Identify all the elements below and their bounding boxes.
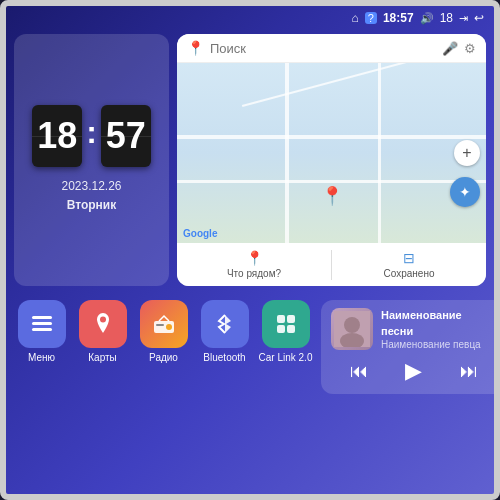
usb-icon: ⇥	[459, 12, 468, 25]
nearby-label: Что рядом?	[227, 268, 281, 279]
map-widget: 📍 🎤 ⚙ + ✦ 📍 Google	[177, 34, 486, 286]
map-road-v2	[378, 63, 381, 243]
svg-rect-8	[287, 315, 295, 323]
map-search-input[interactable]	[210, 41, 436, 56]
music-player: Наименование песни Наименование певца ⏮ …	[321, 300, 500, 394]
music-controls: ⏮ ▶ ⏭	[331, 356, 496, 386]
mic-icon[interactable]: 🎤	[442, 41, 458, 56]
app-radio[interactable]: Радио	[136, 300, 191, 363]
clock-date-value: 2023.12.26	[61, 177, 121, 196]
svg-point-12	[344, 317, 360, 333]
map-road-d1	[242, 63, 422, 107]
clock-minutes: 57	[101, 105, 151, 167]
svg-rect-0	[32, 316, 52, 319]
back-icon[interactable]: ↩	[474, 11, 484, 25]
maps-label: Карты	[88, 352, 117, 363]
app-maps[interactable]: Карты	[75, 300, 130, 363]
saved-icon: ⊟	[403, 250, 415, 266]
svg-rect-9	[277, 325, 285, 333]
clock-hours: 18	[32, 105, 82, 167]
flip-clock: 18 : 57	[32, 105, 151, 167]
clock-date: 2023.12.26 Вторник	[61, 177, 121, 215]
map-saved-button[interactable]: ⊟ Сохранено	[332, 247, 486, 282]
menu-label: Меню	[28, 352, 55, 363]
clock-day: Вторник	[61, 196, 121, 215]
map-search-bar: 📍 🎤 ⚙	[177, 34, 486, 63]
map-road-v1	[285, 63, 289, 243]
music-top: Наименование песни Наименование певца	[331, 308, 496, 350]
next-button[interactable]: ⏭	[454, 356, 484, 386]
home-icon[interactable]: ⌂	[352, 11, 359, 25]
map-nav-button[interactable]: ✦	[450, 177, 480, 207]
music-artist: Наименование певца	[381, 339, 496, 350]
svg-rect-2	[32, 328, 52, 331]
bluetooth-icon	[201, 300, 249, 348]
carlink-icon	[262, 300, 310, 348]
main-content-area: 18 : 57 2023.12.26 Вторник 📍 🎤 ⚙	[6, 30, 494, 290]
music-title: Наименование песни	[381, 308, 496, 339]
map-location-pin: 📍	[321, 185, 343, 207]
svg-rect-7	[277, 315, 285, 323]
map-area[interactable]: + ✦ 📍 Google	[177, 63, 486, 243]
map-bottom-bar: 📍 Что рядом? ⊟ Сохранено	[177, 243, 486, 286]
radio-label: Радио	[149, 352, 178, 363]
svg-point-3	[100, 317, 106, 323]
map-road-h1	[177, 135, 486, 139]
map-search-icons: 🎤 ⚙	[442, 41, 476, 56]
maps-icon	[79, 300, 127, 348]
menu-icon	[18, 300, 66, 348]
question-icon[interactable]: ?	[365, 12, 377, 24]
music-avatar	[331, 308, 373, 350]
battery-level: 18	[440, 11, 453, 25]
bottom-section: Меню Карты	[6, 294, 494, 400]
navigate-icon: ✦	[459, 184, 471, 200]
status-time: 18:57	[383, 11, 414, 25]
apps-row: Меню Карты	[14, 300, 313, 394]
svg-rect-1	[32, 322, 52, 325]
prev-button[interactable]: ⏮	[344, 356, 374, 386]
app-bluetooth[interactable]: Bluetooth	[197, 300, 252, 363]
play-button[interactable]: ▶	[399, 356, 429, 386]
saved-label: Сохранено	[384, 268, 435, 279]
svg-rect-6	[156, 324, 164, 326]
volume-icon: 🔊	[420, 12, 434, 25]
app-carlink[interactable]: Car Link 2.0	[258, 300, 313, 363]
bluetooth-label: Bluetooth	[203, 352, 245, 363]
map-brand-label: Google	[183, 228, 217, 239]
map-pin-icon: 📍	[187, 40, 204, 56]
map-road-h2	[177, 180, 486, 183]
svg-point-5	[166, 324, 172, 330]
map-zoom-button[interactable]: +	[454, 140, 480, 166]
clock-widget: 18 : 57 2023.12.26 Вторник	[14, 34, 169, 286]
nearby-icon: 📍	[246, 250, 263, 266]
radio-icon	[140, 300, 188, 348]
app-menu[interactable]: Меню	[14, 300, 69, 363]
main-screen: ⌂ ? 18:57 🔊 18 ⇥ ↩ 18 : 57 2023.12.26 Вт…	[0, 0, 500, 500]
status-bar: ⌂ ? 18:57 🔊 18 ⇥ ↩	[6, 6, 494, 30]
carlink-label: Car Link 2.0	[259, 352, 313, 363]
map-nearby-button[interactable]: 📍 Что рядом?	[177, 247, 331, 282]
settings-icon[interactable]: ⚙	[464, 41, 476, 56]
music-info: Наименование песни Наименование певца	[381, 308, 496, 350]
svg-rect-10	[287, 325, 295, 333]
clock-separator: :	[86, 114, 97, 151]
